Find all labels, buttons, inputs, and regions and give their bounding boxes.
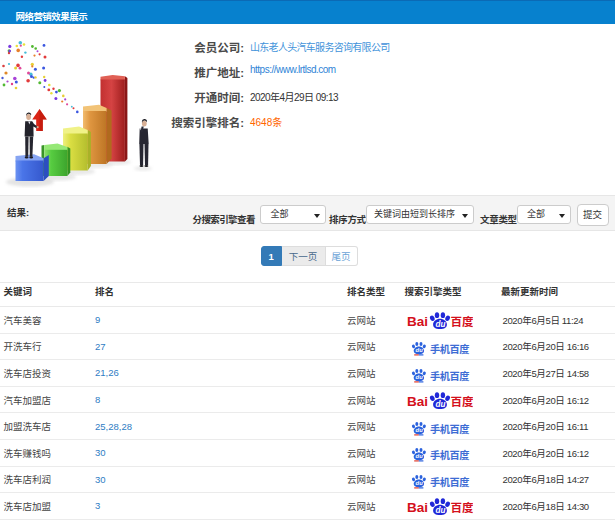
svg-text:du: du (416, 374, 424, 380)
svg-text:du: du (435, 400, 445, 409)
svg-text:百度: 百度 (450, 315, 473, 328)
svg-text:百度: 百度 (450, 501, 473, 514)
svg-text:手机百度: 手机百度 (430, 369, 469, 381)
svg-text:Bai: Bai (407, 314, 428, 329)
svg-text:du: du (435, 506, 445, 515)
svg-text:百度: 百度 (450, 395, 473, 408)
svg-text:手机百度: 手机百度 (430, 449, 469, 461)
svg-text:du: du (416, 347, 424, 353)
svg-text:手机百度: 手机百度 (430, 476, 469, 488)
svg-text:手机百度: 手机百度 (430, 422, 469, 434)
svg-text:Bai: Bai (407, 500, 428, 515)
svg-text:du: du (416, 427, 424, 433)
svg-text:du: du (416, 454, 424, 460)
svg-text:du: du (435, 320, 445, 329)
svg-text:Bai: Bai (407, 394, 428, 409)
svg-text:du: du (416, 480, 424, 486)
svg-text:手机百度: 手机百度 (430, 343, 469, 355)
